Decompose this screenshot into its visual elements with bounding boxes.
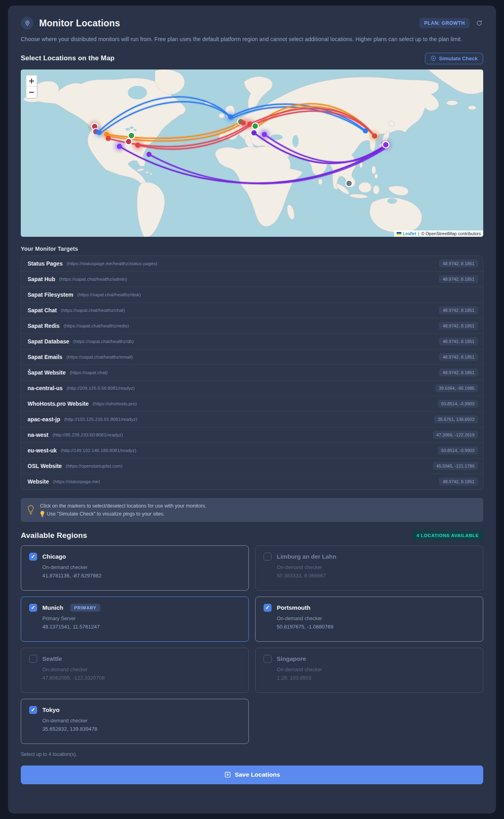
region-name: Limburg an der Lahn — [277, 553, 336, 560]
region-card[interactable]: ✓ Chicago On-demand checker 41.8781136, … — [21, 545, 249, 591]
target-row: Šapat Website (https://sapat.chat) 48.97… — [21, 365, 483, 381]
region-name: Seattle — [42, 655, 62, 662]
map[interactable]: + − Leaflet | © OpenStreetMap contributo… — [21, 69, 483, 237]
target-url: (https://statuspage.me/healthz/status-pa… — [67, 261, 439, 266]
map-marker[interactable] — [125, 138, 132, 145]
region-card[interactable]: ✓ Munich PRIMARY Primary Server 48.13715… — [21, 597, 249, 642]
target-row: na-west (http://85.239.233.60:8081/ready… — [21, 427, 483, 443]
save-icon — [224, 771, 231, 778]
region-coords: 1.29, 103.8503 — [277, 675, 475, 681]
map-marker[interactable] — [252, 123, 258, 129]
play-circle-icon — [431, 56, 436, 61]
target-coords-badge: 48.9742, 8.1851 — [439, 337, 478, 345]
world-map — [21, 69, 483, 237]
map-marker[interactable] — [228, 114, 233, 119]
target-coords-badge: 35.6761, 139.6503 — [434, 415, 478, 423]
region-description: On-demand checker — [42, 718, 240, 724]
target-name: Status Pages — [28, 260, 63, 267]
map-marker[interactable] — [97, 130, 102, 135]
region-checkbox[interactable] — [29, 655, 37, 663]
region-checkbox[interactable]: ✓ — [29, 604, 37, 612]
target-url: (http://209.126.0.56:8081/readyz) — [67, 386, 435, 391]
target-row: WhoHosts.pro Website (https://whohosts.p… — [21, 396, 483, 412]
target-name: WhoHosts.pro Website — [28, 401, 89, 407]
refresh-icon[interactable] — [475, 19, 483, 27]
simulate-check-button[interactable]: Simulate Check — [425, 53, 483, 64]
description: Choose where your distributed monitors w… — [21, 35, 483, 44]
map-marker[interactable] — [117, 144, 122, 149]
map-marker[interactable] — [383, 141, 389, 148]
target-url: (http://85.239.233.60:8081/readyz) — [52, 432, 433, 437]
map-marker[interactable] — [363, 128, 368, 133]
target-name: eu-west-uk — [28, 447, 57, 454]
region-name: Singapore — [277, 655, 306, 662]
target-name: Sapat Database — [28, 338, 69, 345]
leaflet-link[interactable]: Leaflet — [403, 231, 416, 236]
tip-line2: Use "Simulate Check" to visualize pings … — [47, 510, 165, 518]
map-marker[interactable] — [128, 132, 135, 139]
target-name: Sapat Redis — [28, 323, 60, 329]
primary-badge: PRIMARY — [70, 604, 101, 612]
target-row: Status Pages (https://statuspage.me/heal… — [21, 256, 483, 272]
region-checkbox[interactable]: ✓ — [29, 553, 37, 561]
zoom-out-button[interactable]: − — [26, 87, 37, 98]
map-attribution: Leaflet | © OpenStreetMap contributors — [394, 230, 483, 237]
map-marker[interactable] — [262, 132, 267, 137]
target-url: (https://sapat.chat/healthz/db) — [73, 339, 439, 344]
map-marker[interactable] — [106, 136, 111, 141]
region-card[interactable]: Limburg an der Lahn On-demand checker 50… — [255, 545, 483, 591]
save-locations-button[interactable]: Save Locations — [21, 765, 483, 784]
region-checkbox[interactable] — [264, 553, 272, 561]
region-checkbox[interactable] — [264, 655, 272, 663]
region-description: On-demand checker — [42, 667, 240, 672]
target-row: apac-east-jp (http://103.125.216.51:8081… — [21, 412, 483, 427]
target-row: Sapat Emails (https://sapat.chat/healthz… — [21, 349, 483, 365]
target-url: (https://sapat.chat/healthz/chat) — [61, 308, 439, 313]
target-url: (https://sapat.chat) — [69, 370, 439, 375]
region-checkbox[interactable]: ✓ — [264, 604, 272, 612]
region-card[interactable]: Seattle On-demand checker 47.6062095, -1… — [21, 648, 249, 693]
region-name: Tokyo — [42, 706, 60, 713]
target-row: Sapat Chat (https://sapat.chat/healthz/c… — [21, 303, 483, 318]
region-coords: 41.8781136, -87.6297982 — [42, 573, 240, 579]
target-row: Sapat Hub (https://sapat.chat/healthz/ad… — [21, 272, 483, 287]
region-card[interactable]: ✓ Portsmouth On-demand checker 50.819767… — [255, 597, 483, 642]
map-zoom-control: + − — [26, 75, 38, 99]
map-marker[interactable] — [252, 130, 257, 135]
map-marker[interactable] — [135, 143, 141, 148]
ukraine-flag-icon — [397, 232, 401, 235]
region-description: On-demand checker — [277, 616, 475, 621]
target-coords-badge: 50.8514, -0.9903 — [438, 446, 478, 454]
target-row: Sapat Redis (https://sapat.chat/healthz/… — [21, 318, 483, 334]
target-name: Sapat Hub — [28, 276, 55, 282]
target-url: (https://openstartuplist.com) — [66, 464, 433, 468]
region-card[interactable]: Singapore On-demand checker 1.29, 103.85… — [255, 648, 483, 693]
target-coords-badge: 48.9742, 8.1851 — [439, 478, 478, 486]
region-coords: 50.8197675, -1.0880769 — [277, 624, 475, 630]
target-coords-badge: 48.9742, 8.1851 — [439, 353, 478, 361]
region-card[interactable]: ✓ Tokyo On-demand checker 35.652832, 139… — [21, 699, 249, 744]
target-row: eu-west-uk (http://149.102.146.185:8081/… — [21, 443, 483, 458]
target-coords-badge: 47.3066, -122.2619 — [433, 431, 478, 439]
map-section-heading: Select Locations on the Map — [21, 54, 115, 62]
target-name: na-west — [28, 432, 48, 438]
map-marker[interactable] — [346, 180, 352, 186]
osm-attribution[interactable]: © OpenStreetMap contributors — [421, 231, 481, 236]
target-url: (https://sapat.chat/healthz/email) — [66, 355, 439, 359]
map-marker[interactable] — [147, 152, 152, 157]
region-name: Portsmouth — [277, 604, 310, 611]
regions-grid: ✓ Chicago On-demand checker 41.8781136, … — [21, 545, 483, 744]
region-description: Primary Server — [42, 616, 240, 621]
map-marker[interactable] — [241, 120, 246, 125]
locations-available-badge: 4 LOCATIONS AVAILABLE — [412, 531, 483, 540]
save-locations-label: Save Locations — [235, 771, 280, 778]
zoom-in-button[interactable]: + — [26, 75, 37, 87]
simulate-check-label: Simulate Check — [439, 56, 478, 61]
target-coords-badge: 38.6364, -90.1985 — [435, 384, 478, 392]
map-marker[interactable] — [372, 133, 377, 139]
region-coords: 47.6062095, -122.3320708 — [42, 675, 240, 681]
target-url: (https://sapat.chat/healthz/admin) — [59, 277, 439, 282]
header: Monitor Locations PLAN: GROWTH — [21, 17, 483, 30]
target-coords-badge: 50.8514, -0.9903 — [438, 400, 478, 408]
region-checkbox[interactable]: ✓ — [29, 706, 37, 714]
